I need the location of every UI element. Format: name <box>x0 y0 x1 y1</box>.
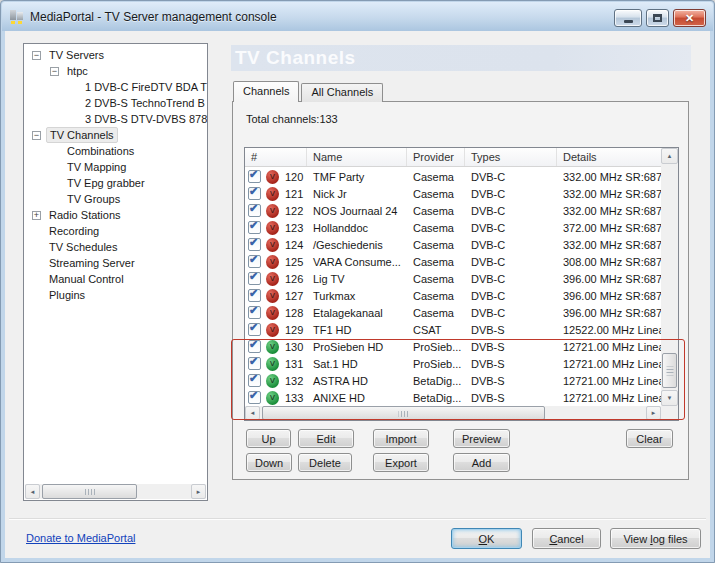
sidebar-item-tv-mapping[interactable]: TV Mapping <box>24 159 207 175</box>
down-button[interactable]: Down <box>246 453 292 472</box>
scroll-right-icon[interactable]: ► <box>191 484 206 499</box>
channel-checkbox[interactable]: ✔ <box>248 374 261 387</box>
cell-num: ✔V120 <box>245 170 307 184</box>
check-icon: ✔ <box>249 221 258 233</box>
channel-number: 129 <box>285 324 303 336</box>
sidebar-item-radio-stations[interactable]: +Radio Stations <box>24 207 207 223</box>
scroll-down-icon[interactable]: ▼ <box>661 390 678 406</box>
preview-button[interactable]: Preview <box>453 429 510 448</box>
tab-channels[interactable]: Channels <box>233 81 299 102</box>
sidebar-item-tv-channels[interactable]: −TV Channels <box>24 127 207 143</box>
scroll-right-icon[interactable]: ► <box>646 406 661 420</box>
table-row[interactable]: ✔V130ProSieben HDProSieb...DVB-S12721.00… <box>245 338 661 355</box>
cell-details: 396.00 MHz SR:6875 <box>557 307 661 319</box>
donate-link[interactable]: Donate to MediaPortal <box>26 532 135 544</box>
sidebar-item-plugins[interactable]: Plugins <box>24 287 207 303</box>
scroll-up-icon[interactable]: ▲ <box>661 148 678 164</box>
channel-checkbox[interactable]: ✔ <box>248 391 261 404</box>
expand-icon[interactable]: + <box>32 211 41 220</box>
channel-checkbox[interactable]: ✔ <box>248 357 261 370</box>
import-button[interactable]: Import <box>373 429 429 448</box>
table-row[interactable]: ✔V125VARA Consume...CasemaDVB-C308.00 MH… <box>245 253 661 270</box>
tree-hscroll-track[interactable] <box>40 484 191 499</box>
column-header-provider[interactable]: Provider <box>407 148 465 166</box>
check-icon: ✔ <box>249 323 258 335</box>
sidebar-item-tv-epg-grabber[interactable]: TV Epg grabber <box>24 175 207 191</box>
collapse-icon[interactable]: − <box>32 131 41 140</box>
grid-horizontal-scrollbar[interactable]: ◄ ► <box>245 406 661 420</box>
channel-checkbox[interactable]: ✔ <box>248 289 261 302</box>
collapse-icon[interactable]: − <box>32 51 41 60</box>
sidebar-item-htpc[interactable]: −htpc <box>24 63 207 79</box>
table-row[interactable]: ✔V120TMF PartyCasemaDVB-C332.00 MHz SR:6… <box>245 168 661 185</box>
edit-button[interactable]: Edit <box>298 429 354 448</box>
cell-types: DVB-C <box>465 273 557 285</box>
tree-horizontal-scrollbar[interactable]: ◄ ► <box>25 484 206 499</box>
channel-checkbox[interactable]: ✔ <box>248 238 261 251</box>
grid-hscroll-thumb[interactable] <box>262 406 545 420</box>
sidebar-item-streaming-server[interactable]: Streaming Server <box>24 255 207 271</box>
grid-vertical-scrollbar[interactable]: ▲ ▼ <box>661 148 678 406</box>
sidebar-item-combinations[interactable]: Combinations <box>24 143 207 159</box>
table-row[interactable]: ✔V129TF1 HDCSATDVB-S12522.00 MHz Linear <box>245 321 661 338</box>
view-log-files-button[interactable]: View log files <box>610 528 701 549</box>
scroll-left-icon[interactable]: ◄ <box>245 406 260 420</box>
tab-all-channels[interactable]: All Channels <box>301 83 383 102</box>
delete-button[interactable]: Delete <box>298 453 352 472</box>
table-row[interactable]: ✔V126Lig TVCasemaDVB-C396.00 MHz SR:6875 <box>245 270 661 287</box>
close-button[interactable]: ✕ <box>673 9 706 27</box>
cell-name: Nick Jr <box>307 188 407 200</box>
channel-checkbox[interactable]: ✔ <box>248 340 261 353</box>
collapse-icon[interactable]: − <box>50 67 59 76</box>
minimize-button[interactable] <box>614 9 642 27</box>
channel-checkbox[interactable]: ✔ <box>248 221 261 234</box>
tab-strip: Channels All Channels <box>233 81 385 101</box>
table-row[interactable]: ✔V124/GeschiedenisCasemaDVB-C332.00 MHz … <box>245 236 661 253</box>
table-row[interactable]: ✔V132ASTRA HDBetaDig...DVB-S12721.00 MHz… <box>245 372 661 389</box>
column-header-details[interactable]: Details <box>557 148 663 166</box>
add-button[interactable]: Add <box>453 453 510 472</box>
grid-vscroll-thumb[interactable] <box>662 353 677 388</box>
tree-hscroll-thumb[interactable] <box>42 484 137 499</box>
check-icon: ✔ <box>249 357 258 369</box>
grid-hscroll-track[interactable] <box>260 406 646 420</box>
sidebar-item-1-dvb-c-firedtv-bda-t[interactable]: 1 DVB-C FireDTV BDA T <box>24 79 207 95</box>
cell-details: 12721.00 MHz Linear <box>557 341 661 353</box>
channel-checkbox[interactable]: ✔ <box>248 170 261 183</box>
channel-checkbox[interactable]: ✔ <box>248 272 261 285</box>
sidebar-item-tv-groups[interactable]: TV Groups <box>24 191 207 207</box>
table-row[interactable]: ✔V128EtalagekanaalCasemaDVB-C396.00 MHz … <box>245 304 661 321</box>
check-icon: ✔ <box>249 170 258 182</box>
sidebar-item-recording[interactable]: Recording <box>24 223 207 239</box>
channel-checkbox[interactable]: ✔ <box>248 187 261 200</box>
cancel-button[interactable]: Cancel <box>532 528 601 549</box>
channel-checkbox[interactable]: ✔ <box>248 306 261 319</box>
grid-vscroll-track[interactable] <box>661 164 678 390</box>
table-row[interactable]: ✔V123HollanddocCasemaDVB-C372.00 MHz SR:… <box>245 219 661 236</box>
channel-list-rows: ✔V120TMF PartyCasemaDVB-C332.00 MHz SR:6… <box>245 168 661 406</box>
table-row[interactable]: ✔V121Nick JrCasemaDVB-C332.00 MHz SR:687… <box>245 185 661 202</box>
sidebar-item-tv-servers[interactable]: −TV Servers <box>24 47 207 63</box>
table-row[interactable]: ✔V131Sat.1 HDProSieb...DVB-S12721.00 MHz… <box>245 355 661 372</box>
channel-checkbox[interactable]: ✔ <box>248 255 261 268</box>
sidebar-item-manual-control[interactable]: Manual Control <box>24 271 207 287</box>
clear-button[interactable]: Clear <box>626 429 673 448</box>
table-row[interactable]: ✔V127TurkmaxCasemaDVB-C396.00 MHz SR:687… <box>245 287 661 304</box>
sidebar-item-3-dvb-s-dtv-dvbs-878[interactable]: 3 DVB-S DTV-DVBS 878 <box>24 111 207 127</box>
ok-button[interactable]: OK <box>451 528 522 549</box>
table-row[interactable]: ✔V122NOS Journaal 24CasemaDVB-C332.00 MH… <box>245 202 661 219</box>
table-row[interactable]: ✔V133ANIXE HDBetaDig...DVB-S12721.00 MHz… <box>245 389 661 406</box>
cell-name: /Geschiedenis <box>307 239 407 251</box>
channel-checkbox[interactable]: ✔ <box>248 323 261 336</box>
column-header-name[interactable]: Name <box>307 148 407 166</box>
sidebar-item-2-dvb-s-technotrend-b[interactable]: 2 DVB-S TechnoTrend B <box>24 95 207 111</box>
column-header-[interactable]: # <box>245 148 307 166</box>
scroll-left-icon[interactable]: ◄ <box>25 484 40 499</box>
up-button[interactable]: Up <box>246 429 291 448</box>
column-header-types[interactable]: Types <box>465 148 557 166</box>
export-button[interactable]: Export <box>373 453 429 472</box>
maximize-button[interactable] <box>646 9 669 27</box>
channel-checkbox[interactable]: ✔ <box>248 204 261 217</box>
sidebar-item-tv-schedules[interactable]: TV Schedules <box>24 239 207 255</box>
tree-item-label: TV Epg grabber <box>64 176 148 190</box>
